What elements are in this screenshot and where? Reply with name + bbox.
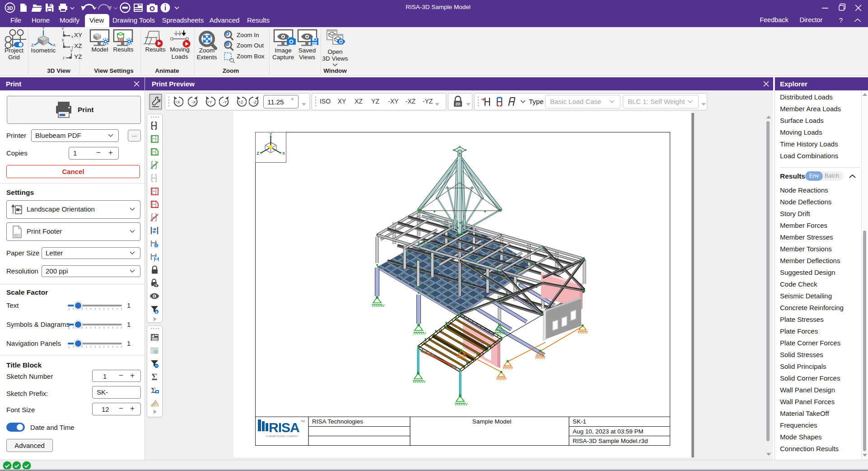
svg-text:2D: 2D <box>456 102 461 106</box>
svg-text:Zoom In: Zoom In <box>237 32 259 38</box>
svg-text:+X: +X <box>175 100 180 104</box>
svg-text:-Y: -Y <box>223 100 227 104</box>
svg-text:3D: 3D <box>7 5 13 11</box>
svg-text:Σ: Σ <box>151 372 157 382</box>
svg-text:-Z: -Z <box>253 100 257 104</box>
svg-text:X: X <box>61 38 64 42</box>
svg-text:Y: Y <box>61 27 64 31</box>
svg-text:-X: -X <box>192 100 196 104</box>
svg-text:Y: Y <box>42 27 45 30</box>
svg-text:+Z: +Z <box>238 100 243 104</box>
svg-text:+Y: +Y <box>207 100 212 104</box>
svg-text:Σ: Σ <box>151 386 156 395</box>
